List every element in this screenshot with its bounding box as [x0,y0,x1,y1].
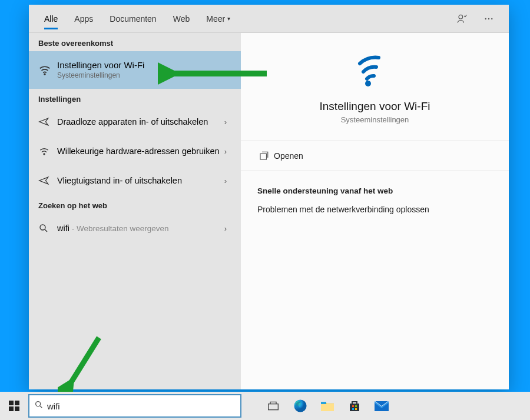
svg-point-2 [488,18,489,19]
best-match-result[interactable]: Instellingen voor Wi-Fi Systeeminstellin… [29,51,241,89]
section-best-match: Beste overeenkomst [29,33,241,51]
wifi-icon [38,64,54,76]
open-icon [259,151,274,161]
start-button[interactable] [0,392,28,420]
chevron-right-icon: › [220,118,231,126]
filter-tabs: Alle Apps Documenten Web Meer ▾ [29,5,509,33]
wifi-large-icon [356,54,394,89]
wifi-icon [38,145,54,157]
svg-rect-12 [15,401,19,405]
results-list: Beste overeenkomst Instellingen voor Wi-… [29,33,241,389]
preview-subtitle: Systeeminstellingen [257,115,492,124]
chevron-down-icon: ▾ [227,15,230,22]
windows-icon [9,401,19,411]
feedback-icon[interactable] [453,11,470,27]
svg-point-7 [365,81,371,86]
svg-rect-13 [9,406,14,411]
file-explorer-icon[interactable] [317,394,338,418]
svg-rect-18 [321,404,334,411]
task-view-button[interactable] [263,394,284,418]
quick-support-link[interactable]: Problemen met de netwerkverbinding oplos… [257,201,492,218]
svg-point-0 [459,15,463,19]
more-options-icon[interactable] [481,11,497,27]
chevron-right-icon: › [220,176,231,185]
result-title: Instellingen voor Wi-Fi [57,59,231,71]
search-input[interactable] [47,401,236,411]
edge-browser-icon[interactable] [290,394,311,418]
svg-point-1 [485,18,486,19]
svg-rect-21 [355,405,357,407]
microsoft-store-icon[interactable] [344,394,365,418]
svg-rect-14 [15,406,19,411]
svg-point-4 [44,74,45,75]
web-search-result[interactable]: wifi - Webresultaten weergeven › [29,214,241,243]
svg-rect-8 [260,154,267,159]
open-label: Openen [274,151,303,161]
airplane-icon [38,175,54,186]
section-web-search: Zoeken op het web [29,195,241,214]
svg-rect-16 [269,404,279,410]
svg-rect-23 [355,408,357,410]
chevron-right-icon: › [220,147,231,156]
svg-rect-11 [9,401,14,405]
open-action[interactable]: Openen [257,141,492,171]
mail-icon[interactable] [371,394,392,418]
chevron-right-icon: › [220,224,231,233]
section-settings: Instellingen [29,89,241,107]
airplane-icon [38,116,54,128]
svg-rect-22 [352,408,354,410]
svg-point-5 [44,154,45,155]
result-subtitle: Systeeminstellingen [57,71,231,81]
taskbar [0,392,530,420]
tab-web[interactable]: Web [165,5,198,33]
settings-result-wireless-toggle[interactable]: Draadloze apparaten in- of uitschakelen … [29,107,241,136]
quick-support-label: Snelle ondersteuning vanaf het web [257,171,492,201]
result-title: Draadloze apparaten in- of uitschakelen [57,116,220,128]
settings-result-random-hw[interactable]: Willekeurige hardware-adressen gebruiken… [29,136,241,166]
svg-point-15 [36,402,41,406]
web-query: wifi [57,224,69,233]
tab-documents[interactable]: Documenten [101,5,164,33]
preview-pane: Instellingen voor Wi-Fi Systeeminstellin… [241,33,509,389]
tab-all[interactable]: Alle [36,5,66,33]
result-title: Willekeurige hardware-adressen gebruiken [57,146,220,157]
preview-title: Instellingen voor Wi-Fi [257,100,492,113]
settings-result-airplane-mode[interactable]: Vliegtuigstand in- of uitschakelen › [29,166,241,195]
tab-apps[interactable]: Apps [66,5,101,33]
svg-point-6 [40,225,45,230]
result-title: Vliegtuigstand in- of uitschakelen [57,175,220,186]
svg-point-3 [491,18,492,19]
svg-rect-19 [321,402,326,404]
tab-more[interactable]: Meer ▾ [198,5,238,33]
svg-rect-20 [352,405,354,407]
search-icon [38,223,54,234]
taskbar-search-box[interactable] [28,394,241,418]
search-icon [34,400,44,412]
search-results-panel: Alle Apps Documenten Web Meer ▾ Beste ov… [29,5,509,389]
taskbar-pinned-apps [241,394,392,418]
web-suffix: - Webresultaten weergeven [69,224,169,233]
